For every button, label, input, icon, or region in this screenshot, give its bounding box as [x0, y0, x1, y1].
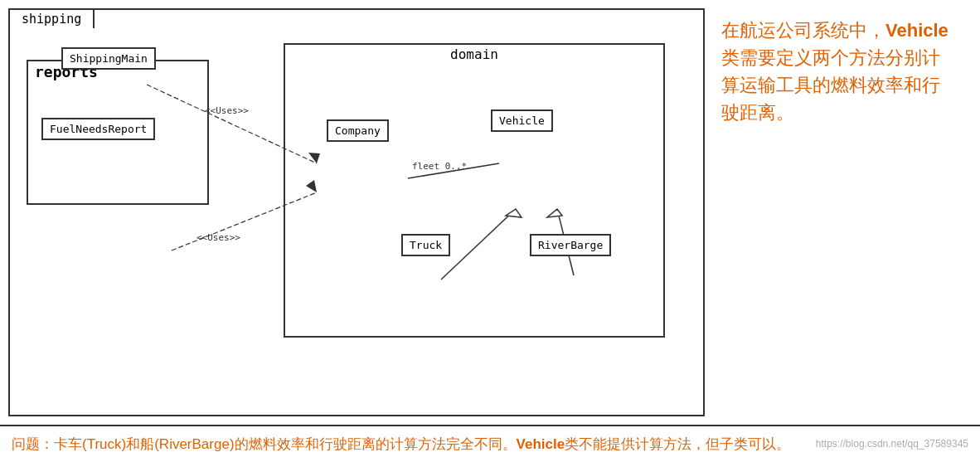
tab-label: shipping	[8, 8, 95, 28]
package-domain: domain Company Vehicle Truck RiverBarge	[284, 43, 665, 338]
package-domain-label: domain	[285, 45, 663, 64]
class-shippingmain: ShippingMain	[61, 47, 156, 70]
watermark: https://blog.csdn.net/qq_37589345	[816, 436, 968, 452]
diagram-container: shipping	[8, 8, 705, 416]
class-fuelneedsreport: FuelNeedsReport	[41, 118, 155, 140]
right-panel: 在航运公司系统中，Vehicle类需要定义两个方法分别计算运输工具的燃料效率和行…	[705, 8, 972, 416]
class-truck: Truck	[401, 234, 450, 256]
class-riverbarge: RiverBarge	[530, 234, 611, 256]
class-company: Company	[327, 119, 389, 142]
main-area: shipping	[0, 0, 980, 425]
class-vehicle: Vehicle	[491, 109, 553, 132]
svg-text:<<Uses>>: <<Uses>>	[205, 105, 249, 116]
right-panel-text: 在航运公司系统中，Vehicle类需要定义两个方法分别计算运输工具的燃料效率和行…	[721, 20, 948, 123]
package-reports: reports FuelNeedsReport	[27, 60, 209, 205]
diagram-inner: <<Uses>> <<Uses>> fleet 0..* reports	[10, 35, 703, 440]
svg-text:<<Uses>>: <<Uses>>	[196, 232, 240, 243]
